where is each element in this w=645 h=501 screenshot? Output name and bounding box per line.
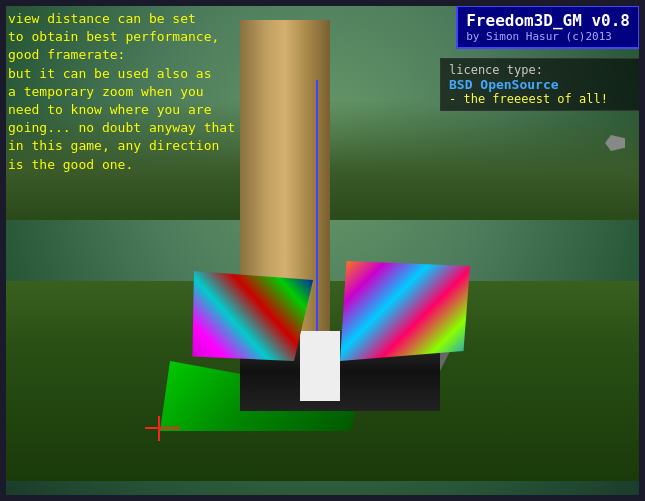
vehicle <box>140 221 500 441</box>
licence-note: - the freeeest of all! <box>449 92 631 106</box>
hud-line-2: to obtain best performance, <box>8 28 235 46</box>
game-container: Freedom3D_GM v0.8 by Simon Hasur (c)2013… <box>0 0 645 501</box>
red-axis-vertical <box>158 416 160 441</box>
title-box: Freedom3D_GM v0.8 by Simon Hasur (c)2013 <box>456 5 640 49</box>
app-title: Freedom3D_GM v0.8 <box>466 11 630 30</box>
hud-line-9: is the good one. <box>8 156 235 174</box>
app-author: by Simon Hasur (c)2013 <box>466 30 630 43</box>
hud-line-1: view distance can be set <box>8 10 235 28</box>
red-axis-horizontal <box>145 427 180 429</box>
licence-label: licence type: <box>449 63 631 77</box>
color-blocks <box>190 261 470 381</box>
licence-type: BSD OpenSource <box>449 77 631 92</box>
hud-line-4: but it can be used also as <box>8 65 235 83</box>
hud-line-5: a temporary zoom when you <box>8 83 235 101</box>
hud-line-7: going... no doubt anyway that <box>8 119 235 137</box>
block-left <box>186 271 314 361</box>
hud-text-overlay: view distance can be set to obtain best … <box>8 10 235 174</box>
minimap-icon <box>605 135 625 151</box>
hud-line-8: in this game, any direction <box>8 137 235 155</box>
block-right <box>340 261 470 361</box>
licence-box: licence type: BSD OpenSource - the freee… <box>440 58 640 111</box>
hud-line-6: need to know where you are <box>8 101 235 119</box>
hud-line-3: good framerate: <box>8 46 235 64</box>
mini-vehicle-icon <box>605 135 625 151</box>
